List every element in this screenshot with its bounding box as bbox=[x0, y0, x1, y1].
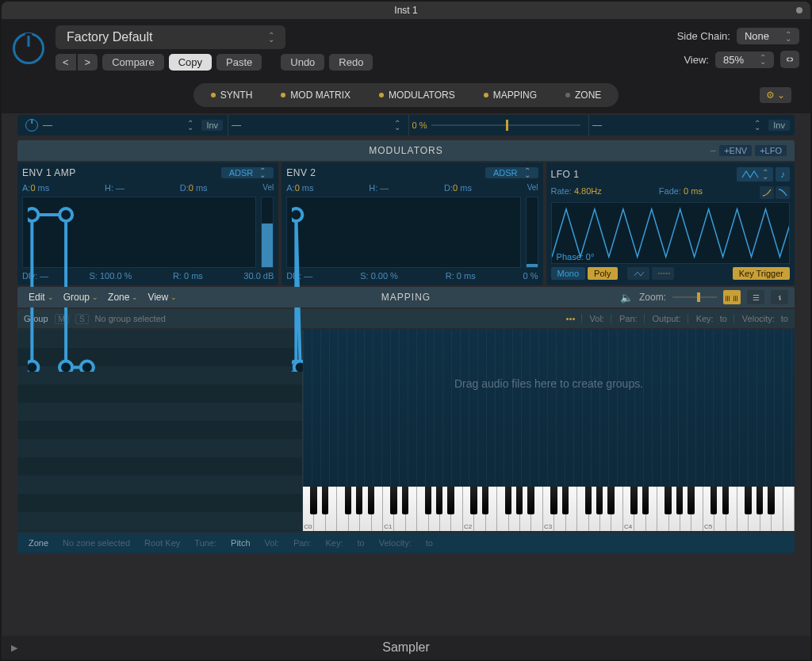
view-zoom-select[interactable]: 85% ⌃⌄ bbox=[715, 52, 774, 68]
env1-vel-slider[interactable] bbox=[261, 197, 274, 268]
chevron-updown-icon: ⌃⌄ bbox=[785, 32, 791, 40]
tab-zone[interactable]: ZONE bbox=[551, 86, 615, 104]
view-keymap-icon[interactable]: ⫼⫼ bbox=[723, 290, 741, 304]
env1-attack[interactable]: A: 0 ms bbox=[22, 183, 49, 193]
env2-attack[interactable]: A: 0 ms bbox=[286, 183, 313, 193]
fade-out-icon[interactable] bbox=[776, 186, 790, 199]
preset-name: Factory Default bbox=[67, 30, 152, 44]
lfo-waveform-select[interactable]: ⌃⌄ bbox=[737, 167, 773, 181]
svg-point-1 bbox=[28, 208, 38, 221]
env2-graph[interactable] bbox=[286, 197, 520, 268]
tab-modulators[interactable]: MODULATORS bbox=[365, 86, 469, 104]
zone-menu[interactable]: Zone⌄ bbox=[103, 292, 143, 303]
remove-modulator-button[interactable]: − bbox=[710, 144, 716, 157]
preset-selector[interactable]: Factory Default ⌃⌄ bbox=[56, 25, 285, 49]
env1-hold[interactable]: H: — bbox=[105, 183, 124, 193]
tab-mod-matrix[interactable]: MOD MATRIX bbox=[266, 86, 365, 104]
power-button[interactable] bbox=[13, 32, 44, 64]
env1-panel: ENV 1 AMP ADSR⌃⌄ A: 0 ms H: — D: 0 ms Ve… bbox=[17, 162, 278, 285]
chevron-updown-icon: ⌃⌄ bbox=[760, 55, 766, 63]
tab-mapping[interactable]: MAPPING bbox=[469, 86, 551, 104]
mapping-header: Edit⌄ Group⌄ Zone⌄ View⌄ MAPPING 🔈 Zoom:… bbox=[17, 287, 795, 308]
play-icon[interactable]: ▶ bbox=[11, 643, 17, 653]
lfo-fade[interactable]: Fade: 0 ms bbox=[659, 186, 703, 199]
mod-slot-src[interactable]: — bbox=[43, 120, 52, 131]
chevron-updown-icon[interactable]: ⌃⌄ bbox=[394, 121, 400, 129]
titlebar: Inst 1 bbox=[2, 2, 810, 19]
paste-button[interactable]: Paste bbox=[216, 54, 262, 71]
lfo-mono-button[interactable]: Mono bbox=[551, 267, 586, 280]
svg-point-4 bbox=[81, 361, 94, 371]
chevron-updown-icon[interactable]: ⌃⌄ bbox=[187, 121, 193, 129]
lfo-shape1-icon[interactable] bbox=[627, 267, 649, 280]
lfo-rate[interactable]: Rate: 4.80Hz bbox=[551, 186, 602, 199]
lfo-poly-button[interactable]: Poly bbox=[588, 267, 617, 280]
view-zone-icon[interactable]: ⫮ bbox=[771, 290, 788, 304]
panel-title: LFO 1 bbox=[551, 169, 580, 180]
env2-vel-amount[interactable]: 0 % bbox=[523, 271, 538, 281]
view-label: View: bbox=[684, 54, 709, 66]
chevron-updown-icon[interactable]: ⌃⌄ bbox=[754, 121, 760, 129]
env2-vel-slider[interactable] bbox=[526, 197, 538, 268]
lfo-shape2-icon[interactable] bbox=[652, 267, 674, 280]
zoom-slider[interactable] bbox=[672, 296, 717, 298]
panel-title: ENV 1 AMP bbox=[22, 167, 76, 178]
key-map-area[interactable]: Drag audio files here to create groups. … bbox=[303, 330, 795, 531]
tab-synth[interactable]: SYNTH bbox=[197, 86, 267, 104]
mod-amount-slider[interactable] bbox=[431, 124, 580, 126]
svg-point-0 bbox=[28, 361, 38, 371]
section-title: MAPPING bbox=[381, 292, 431, 303]
add-lfo-button[interactable]: +LFO bbox=[755, 145, 787, 156]
env2-hold[interactable]: H: — bbox=[369, 183, 389, 193]
add-env-button[interactable]: +ENV bbox=[719, 145, 752, 156]
window-title: Inst 1 bbox=[394, 5, 417, 16]
view-tabs: SYNTH MOD MATRIX MODULATORS MAPPING ZONE… bbox=[2, 77, 810, 113]
section-title: MODULATORS bbox=[369, 145, 443, 156]
lfo-sync-button[interactable]: ♪ bbox=[776, 167, 790, 181]
panel-title: ENV 2 bbox=[286, 167, 316, 178]
undo-button[interactable]: Undo bbox=[281, 54, 324, 71]
modulators-header: MODULATORS − +ENV +LFO bbox=[17, 140, 795, 161]
env1-vel-amount[interactable]: 30.0 dB bbox=[243, 271, 274, 281]
chevron-updown-icon: ⌃⌄ bbox=[268, 33, 274, 41]
footer: ▶ Sampler bbox=[2, 636, 810, 659]
side-chain-label: Side Chain: bbox=[677, 30, 730, 42]
env1-graph[interactable] bbox=[22, 197, 256, 268]
fade-in-icon[interactable] bbox=[760, 186, 774, 199]
view-menu[interactable]: View⌄ bbox=[143, 292, 182, 303]
invert-toggle[interactable]: Inv bbox=[201, 120, 223, 131]
piano-keyboard[interactable]: C0C1C2C3C4C5 bbox=[303, 487, 795, 531]
env1-decay[interactable]: D: 0 ms bbox=[180, 183, 208, 193]
copy-button[interactable]: Copy bbox=[169, 54, 212, 71]
env2-decay[interactable]: D: 0 ms bbox=[444, 183, 472, 193]
env1-mode-select[interactable]: ADSR⌃⌄ bbox=[221, 167, 274, 178]
mod-amount-value: 0 % bbox=[412, 120, 427, 130]
redo-button[interactable]: Redo bbox=[329, 54, 373, 71]
mod-slot-via[interactable]: — bbox=[232, 120, 241, 131]
prev-preset-button[interactable]: < bbox=[56, 54, 76, 71]
invert-toggle[interactable]: Inv bbox=[768, 120, 790, 131]
group-menu[interactable]: Group⌄ bbox=[59, 292, 103, 303]
view-list-icon[interactable]: ☰ bbox=[747, 290, 764, 304]
link-button[interactable] bbox=[780, 51, 799, 68]
speaker-icon[interactable]: 🔈 bbox=[620, 292, 633, 304]
lfo-phase[interactable]: Phase: 0° bbox=[553, 250, 598, 263]
next-preset-button[interactable]: > bbox=[78, 54, 98, 71]
settings-button[interactable]: ⚙ ⌄ bbox=[760, 87, 791, 103]
instrument-name: Sampler bbox=[382, 640, 430, 655]
list-icon[interactable] bbox=[566, 318, 575, 320]
env2-mode-select[interactable]: ADSR⌃⌄ bbox=[485, 167, 538, 178]
toolbar: Factory Default ⌃⌄ < > Compare Copy Past… bbox=[2, 19, 810, 77]
mod-slot-power[interactable] bbox=[25, 119, 38, 132]
lfo-key-trigger-button[interactable]: Key Trigger bbox=[733, 267, 790, 280]
zone-info-bar: Zone No zone selected Root Key Tune: Pit… bbox=[17, 533, 795, 553]
zone-label: Zone bbox=[29, 538, 48, 548]
mod-slot-dst[interactable]: — bbox=[592, 120, 602, 131]
lfo1-panel: LFO 1 ⌃⌄ ♪ Rate: 4.80Hz Fade: 0 ms bbox=[546, 162, 795, 285]
side-chain-select[interactable]: None ⌃⌄ bbox=[737, 28, 799, 44]
edit-menu[interactable]: Edit⌄ bbox=[24, 292, 59, 303]
env2-panel: ENV 2 ADSR⌃⌄ A: 0 ms H: — D: 0 ms Vel bbox=[282, 162, 542, 285]
compare-button[interactable]: Compare bbox=[102, 54, 163, 71]
titlebar-indicator bbox=[796, 7, 802, 13]
lfo-waveform-display[interactable]: Phase: 0° bbox=[551, 202, 790, 264]
